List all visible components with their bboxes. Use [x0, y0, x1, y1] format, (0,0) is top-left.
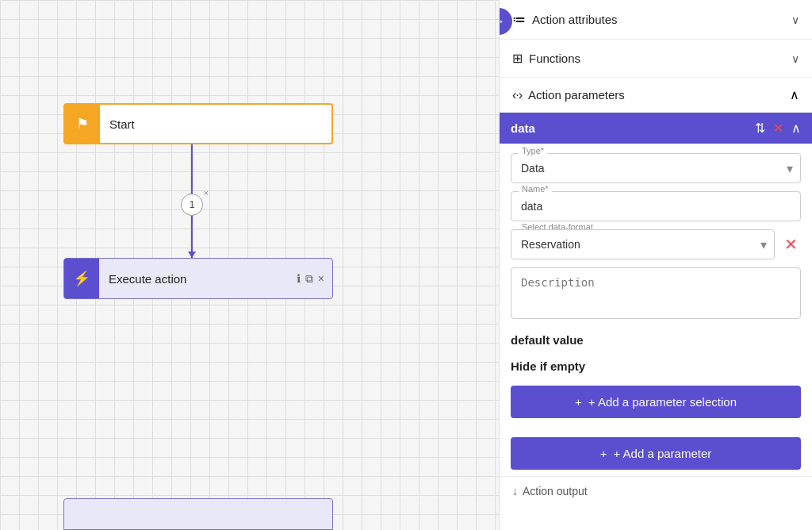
info-icon[interactable]: ℹ: [297, 272, 301, 285]
start-node-label: Start: [100, 117, 144, 131]
close-icon[interactable]: ×: [318, 272, 324, 285]
action-output-icon: ↓: [512, 485, 518, 497]
type-field: Type* Data String Number Boolean: [511, 153, 801, 183]
param-content: Type* Data String Number Boolean Name* S…: [500, 144, 812, 431]
data-format-wrapper: Select data-format Reservation Flight Ho…: [511, 229, 801, 259]
action-attributes-title: ≔ Action attributes: [512, 11, 618, 28]
execute-node-icon: ⚡: [64, 259, 99, 298]
execute-node-label: Execute action: [99, 272, 297, 286]
description-textarea[interactable]: [511, 267, 801, 319]
action-attributes-chevron: ∨: [791, 13, 799, 26]
add-selection-plus-icon: +: [575, 395, 582, 409]
functions-title: ⊞ Functions: [512, 51, 580, 66]
start-node-icon: ⚑: [65, 105, 100, 143]
param-delete-icon[interactable]: ✕: [773, 121, 783, 136]
copy-icon[interactable]: ⧉: [305, 272, 313, 286]
param-collapse-icon[interactable]: ∧: [791, 121, 801, 136]
bottom-partial-node: [63, 498, 333, 530]
add-parameter-button[interactable]: + + Add a parameter: [511, 437, 801, 470]
param-block: data ⇅ ✕ ∧: [500, 113, 812, 144]
name-input[interactable]: [511, 191, 801, 221]
param-block-header: data ⇅ ✕ ∧: [500, 113, 812, 144]
connector-number: 1: [190, 199, 195, 210]
action-params-icon: ‹·›: [512, 88, 522, 102]
workflow-canvas: ⚑ Start 1 × ⚡ Execute action ℹ ⧉ ×: [0, 0, 499, 530]
right-panel: → ≔ Action attributes ∨ ⊞ Functions ∨ ‹·…: [499, 0, 812, 530]
data-format-select-wrap: Reservation Flight Hotel Car: [511, 229, 775, 259]
hide-if-empty-label: Hide if empty: [511, 356, 801, 374]
add-param-label: + Add a parameter: [613, 447, 711, 460]
name-field: Name*: [511, 191, 801, 221]
name-label: Name*: [519, 184, 552, 194]
action-attributes-section[interactable]: ≔ Action attributes ∨: [500, 0, 812, 40]
start-node[interactable]: ⚑ Start: [63, 103, 333, 144]
add-param-plus-icon: +: [600, 447, 607, 460]
data-format-delete-icon[interactable]: ✕: [781, 235, 801, 254]
action-output-label-text: Action output: [523, 485, 588, 497]
functions-chevron: ∨: [791, 52, 799, 65]
action-params-section[interactable]: ‹·› Action parameters ∧: [500, 78, 812, 113]
add-selection-label: + Add a parameter selection: [588, 395, 737, 409]
type-label: Type*: [519, 146, 547, 156]
default-value-label: default value: [511, 330, 801, 348]
execute-node[interactable]: ⚡ Execute action ℹ ⧉ ×: [63, 258, 333, 299]
action-output-section[interactable]: ↓ Action output: [500, 476, 812, 501]
execute-node-actions: ℹ ⧉ ×: [297, 272, 332, 286]
data-format-row: Reservation Flight Hotel Car ✕: [511, 229, 801, 259]
action-attributes-icon: ≔: [512, 11, 526, 28]
data-format-select[interactable]: Reservation Flight Hotel Car: [511, 229, 775, 259]
description-field: [511, 267, 801, 322]
action-params-chevron: ∧: [790, 87, 799, 102]
param-actions: ⇅ ✕ ∧: [755, 121, 801, 136]
type-select-wrapper: Data String Number Boolean: [511, 153, 801, 183]
param-name-label: data: [511, 121, 535, 135]
type-select[interactable]: Data String Number Boolean: [511, 153, 801, 183]
bottom-buttons: + + Add a parameter: [500, 431, 812, 476]
action-params-title: ‹·› Action parameters: [512, 88, 625, 102]
functions-section[interactable]: ⊞ Functions ∨: [500, 40, 812, 78]
connector-x[interactable]: ×: [204, 188, 209, 198]
connector-node[interactable]: 1 ×: [181, 194, 203, 216]
sort-icon[interactable]: ⇅: [755, 121, 765, 136]
add-parameter-selection-button[interactable]: + + Add a parameter selection: [511, 386, 801, 418]
functions-icon: ⊞: [512, 51, 523, 66]
